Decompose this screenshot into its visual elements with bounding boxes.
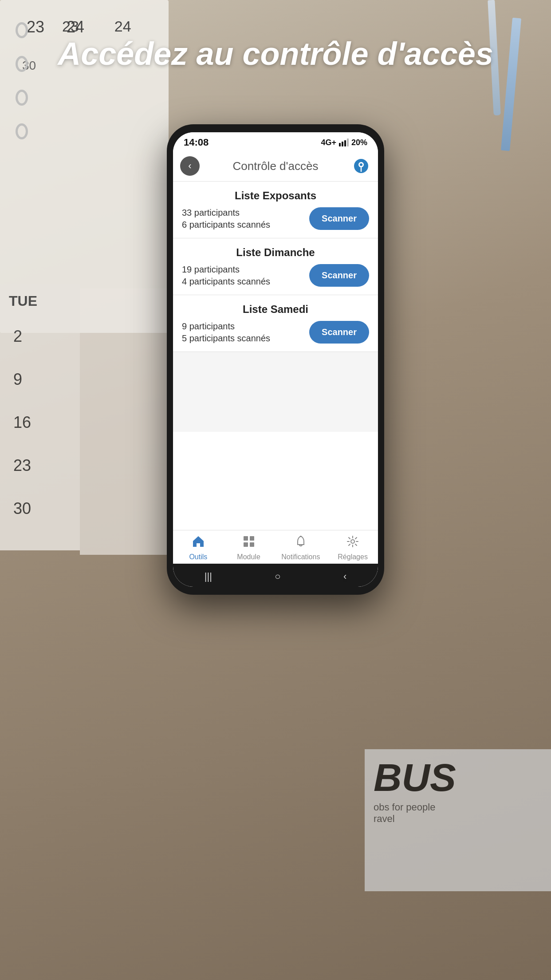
header-title: Contrôle d'accès — [200, 159, 351, 173]
nav-item-reglages[interactable]: Réglages — [335, 535, 370, 561]
section-title-exposants: Liste Exposants — [182, 190, 369, 202]
app-logo — [351, 156, 371, 176]
svg-rect-6 — [250, 542, 254, 547]
bottom-nav: Outils Module — [173, 530, 378, 564]
section-row-exposants: 33 participants 6 participants scannés S… — [182, 207, 369, 230]
svg-point-8 — [351, 540, 354, 543]
system-nav: ||| ○ ‹ — [173, 564, 378, 587]
bell-icon — [294, 535, 307, 551]
sys-back-button[interactable]: ‹ — [343, 571, 346, 582]
nav-item-module[interactable]: Module — [231, 535, 267, 561]
total-dimanche: 19 participants — [182, 265, 270, 275]
app-header: ‹ Contrôle d'accès — [173, 151, 378, 182]
module-icon — [242, 535, 256, 551]
list-section-exposants: Liste Exposants 33 participants 6 partic… — [173, 182, 378, 238]
status-right: 4G+ 20% — [321, 138, 367, 147]
scanned-samedi: 5 participants scannés — [182, 333, 270, 344]
section-info-exposants: 33 participants 6 participants scannés — [182, 208, 270, 230]
list-section-dimanche: Liste Dimanche 19 participants 4 partici… — [173, 238, 378, 295]
scanner-button-exposants[interactable]: Scanner — [309, 207, 369, 230]
section-row-dimanche: 19 participants 4 participants scannés S… — [182, 264, 369, 287]
signal-bars — [339, 138, 349, 146]
total-samedi: 9 participants — [182, 321, 270, 332]
scanned-dimanche: 4 participants scannés — [182, 277, 270, 287]
nav-label-module: Module — [237, 553, 260, 561]
calendar-week: TUE 2 9 16 23 30 — [0, 284, 80, 550]
newspaper: BUS obs for people ravel — [365, 749, 551, 891]
back-button[interactable]: ‹ — [180, 156, 200, 176]
phone-screen: 14:08 4G+ 20% ‹ Contrôle d'accès — [173, 132, 378, 587]
network-type: 4G+ — [321, 138, 336, 147]
scanned-exposants: 6 participants scannés — [182, 220, 270, 230]
sys-menu-button[interactable]: ||| — [205, 571, 212, 582]
logo-pin-icon — [353, 158, 369, 174]
list-section-samedi: Liste Samedi 9 participants 5 participan… — [173, 295, 378, 352]
back-icon: ‹ — [188, 160, 191, 172]
section-title-dimanche: Liste Dimanche — [182, 246, 369, 259]
status-bar: 14:08 4G+ 20% — [173, 132, 378, 151]
svg-rect-3 — [244, 536, 248, 541]
nav-item-outils[interactable]: Outils — [181, 535, 216, 561]
svg-rect-5 — [244, 542, 248, 547]
nav-label-notifications: Notifications — [281, 553, 320, 561]
nav-label-outils: Outils — [189, 553, 207, 561]
app-content: Liste Exposants 33 participants 6 partic… — [173, 182, 378, 530]
section-info-dimanche: 19 participants 4 participants scannés — [182, 265, 270, 287]
sys-home-button[interactable]: ○ — [275, 571, 280, 582]
status-time: 14:08 — [184, 137, 209, 148]
nav-item-notifications[interactable]: Notifications — [281, 535, 320, 561]
phone-shell: 14:08 4G+ 20% ‹ Contrôle d'accès — [167, 124, 384, 595]
svg-rect-4 — [250, 536, 254, 541]
scanner-button-dimanche[interactable]: Scanner — [309, 264, 369, 287]
section-title-samedi: Liste Samedi — [182, 303, 369, 316]
battery-level: 20% — [351, 138, 367, 147]
home-icon — [192, 535, 205, 551]
gear-icon — [346, 535, 359, 551]
empty-content-area — [173, 352, 378, 432]
nav-label-reglages: Réglages — [338, 553, 368, 561]
section-row-samedi: 9 participants 5 participants scannés Sc… — [182, 321, 369, 344]
scanner-button-samedi[interactable]: Scanner — [309, 321, 369, 344]
hero-text: Accédez au contrôle d'accès — [0, 36, 551, 72]
section-info-samedi: 9 participants 5 participants scannés — [182, 321, 270, 344]
total-exposants: 33 participants — [182, 208, 270, 218]
svg-point-2 — [360, 163, 362, 166]
notebook-lines — [80, 288, 169, 555]
